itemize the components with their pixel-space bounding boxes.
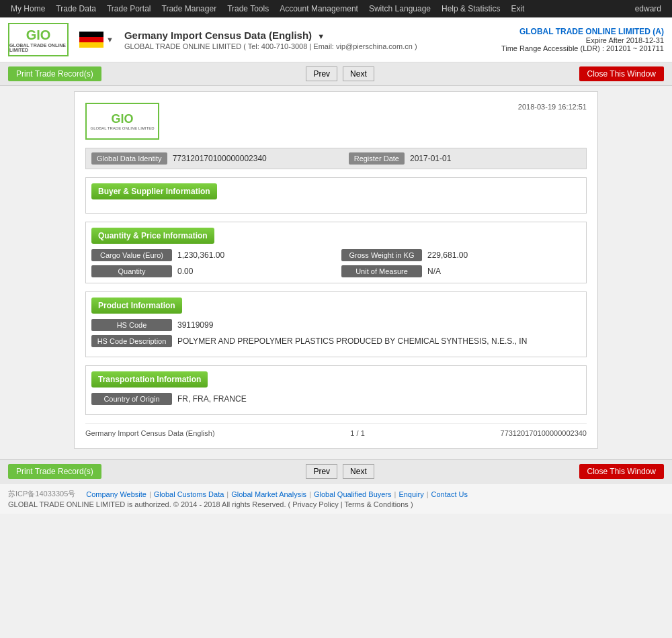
product-body: HS Code 39119099 HS Code Description POL… — [86, 314, 586, 357]
footer-left: Germany Import Census Data (English) — [85, 429, 215, 437]
next-button[interactable]: Next — [343, 66, 374, 81]
hs-code-desc-label: HS Code Description — [91, 335, 172, 347]
country-of-origin-value: FR, FRA, FRANCE — [177, 394, 247, 404]
footer-global-buyers[interactable]: Global Qualified Buyers — [314, 490, 392, 498]
quantity-price-section: Quantity & Price Information Cargo Value… — [85, 222, 587, 283]
product-section: Product Information HS Code 39119099 HS … — [85, 291, 587, 357]
print-button-bottom[interactable]: Print Trade Record(s) — [8, 464, 101, 479]
cargo-value-col: Cargo Value (Euro) 1,230,361.00 — [91, 249, 331, 261]
footer-company-website[interactable]: Company Website — [86, 490, 146, 498]
contact-info: GLOBAL TRADE ONLINE LIMITED ( Tel: 400-7… — [124, 42, 501, 50]
unit-of-measure-col: Unit of Measure N/A — [341, 265, 581, 277]
logo: GIO GLOBAL TRADE ONLINE LIMITED — [8, 23, 69, 56]
quantity-row-1: Cargo Value (Euro) 1,230,361.00 Gross We… — [91, 249, 581, 261]
card-header: GIO GLOBAL TRADE ONLINE LIMITED 2018-03-… — [85, 103, 587, 140]
card-footer: Germany Import Census Data (English) 1 /… — [85, 423, 587, 437]
global-data-identity-label: Global Data Identity — [91, 152, 167, 165]
nav-my-home[interactable]: My Home — [5, 0, 50, 17]
ldr-info: Time Range Accessible (LDR) : 201201 ~ 2… — [501, 44, 664, 52]
footer-global-market[interactable]: Global Market Analysis — [231, 490, 306, 498]
quantity-price-title: Quantity & Price Information — [91, 228, 214, 244]
icp-label: 苏ICP备14033305号 — [8, 489, 75, 499]
hs-code-label: HS Code — [91, 319, 172, 331]
flag-dropdown[interactable]: ▼ — [106, 36, 114, 44]
expire-date: Expire After 2018-12-31 — [501, 36, 664, 44]
hs-code-value: 39119099 — [177, 320, 213, 330]
global-data-identity-value: 773120170100000002340 — [173, 154, 343, 163]
footer-links: Company Website | Global Customs Data | … — [86, 489, 468, 499]
close-button[interactable]: Close This Window — [579, 66, 664, 81]
footer-right: 773120170100000002340 — [501, 429, 587, 437]
gross-weight-label: Gross Weight in KG — [341, 249, 422, 261]
next-button-bottom[interactable]: Next — [343, 464, 374, 479]
unit-of-measure-label: Unit of Measure — [341, 265, 422, 277]
identity-row: Global Data Identity 7731201701000000023… — [85, 148, 587, 169]
nav-trade-manager[interactable]: Trade Manager — [157, 0, 222, 17]
close-button-bottom[interactable]: Close This Window — [579, 464, 664, 479]
cargo-value-label: Cargo Value (Euro) — [91, 249, 172, 261]
gross-weight-col: Gross Weight in KG 229,681.00 — [341, 249, 581, 261]
logo-subtitle: GLOBAL TRADE ONLINE LIMITED — [9, 43, 67, 52]
top-navigation: My Home Trade Data Trade Portal Trade Ma… — [0, 0, 672, 17]
nav-switch-language[interactable]: Switch Language — [364, 0, 436, 17]
nav-account-management[interactable]: Account Management — [274, 0, 364, 17]
footer-enquiry[interactable]: Enquiry — [398, 490, 423, 498]
country-of-origin-label: Country of Origin — [91, 393, 172, 405]
unit-of-measure-value: N/A — [427, 267, 441, 276]
transportation-body: Country of Origin FR, FRA, FRANCE — [86, 388, 586, 414]
prev-button[interactable]: Prev — [306, 66, 337, 81]
prev-button-bottom[interactable]: Prev — [306, 464, 337, 479]
main-content: GIO GLOBAL TRADE ONLINE LIMITED 2018-03-… — [0, 86, 672, 454]
germany-flag — [79, 32, 103, 48]
footer-contact[interactable]: Contact Us — [431, 490, 468, 498]
quantity-price-body: Cargo Value (Euro) 1,230,361.00 Gross We… — [86, 244, 586, 283]
record-card: GIO GLOBAL TRADE ONLINE LIMITED 2018-03-… — [74, 91, 598, 449]
buyer-supplier-title: Buyer & Supplier Information — [91, 183, 217, 199]
transportation-section: Transportation Information Country of Or… — [85, 365, 587, 415]
nav-help-statistics[interactable]: Help & Statistics — [436, 0, 505, 17]
buyer-supplier-section: Buyer & Supplier Information — [85, 177, 587, 214]
copyright: GLOBAL TRADE ONLINE LIMITED is authorize… — [8, 500, 664, 508]
title-area: Germany Import Census Data (English) ▼ G… — [124, 30, 501, 50]
hs-code-desc-value: POLYMER AND PREPOLYMER PLASTICS PRODUCED… — [177, 336, 527, 346]
company-info: GLOBAL TRADE ONLINE LIMITED (A) Expire A… — [501, 27, 664, 52]
logo-area: GIO GLOBAL TRADE ONLINE LIMITED — [8, 23, 69, 56]
card-logo: GIO GLOBAL TRADE ONLINE LIMITED — [85, 103, 159, 140]
timestamp: 2018-03-19 16:12:51 — [518, 103, 587, 111]
transportation-title: Transportation Information — [91, 371, 208, 388]
hs-code-desc-row: HS Code Description POLYMER AND PREPOLYM… — [91, 335, 581, 347]
register-date-label: Register Date — [349, 152, 405, 165]
page-footer: 苏ICP备14033305号 Company Website | Global … — [0, 483, 672, 514]
bottom-toolbar: Print Trade Record(s) Prev Next Close Th… — [0, 459, 672, 483]
nav-trade-tools[interactable]: Trade Tools — [222, 0, 274, 17]
nav-trade-portal[interactable]: Trade Portal — [101, 0, 157, 17]
nav-exit[interactable]: Exit — [505, 0, 530, 17]
quantity-label: Quantity — [91, 265, 172, 277]
flag-area: ▼ — [79, 32, 114, 48]
country-of-origin-row: Country of Origin FR, FRA, FRANCE — [91, 393, 581, 405]
company-name: GLOBAL TRADE ONLINE LIMITED (A) — [501, 27, 664, 36]
cargo-value-value: 1,230,361.00 — [177, 250, 224, 260]
quantity-row-2: Quantity 0.00 Unit of Measure N/A — [91, 265, 581, 277]
register-date-value: 2017-01-01 — [410, 154, 581, 163]
buyer-supplier-body — [86, 199, 586, 213]
footer-center: 1 / 1 — [350, 429, 364, 437]
product-title: Product Information — [91, 298, 182, 314]
gross-weight-value: 229,681.00 — [427, 250, 468, 260]
footer-global-customs[interactable]: Global Customs Data — [154, 490, 224, 498]
top-toolbar: Print Trade Record(s) Prev Next Close Th… — [0, 62, 672, 86]
print-button[interactable]: Print Trade Record(s) — [8, 66, 101, 81]
nav-trade-data[interactable]: Trade Data — [50, 0, 101, 17]
quantity-col: Quantity 0.00 — [91, 265, 331, 277]
hs-code-row: HS Code 39119099 — [91, 319, 581, 331]
page-title: Germany Import Census Data (English) ▼ — [124, 30, 501, 41]
page-header: GIO GLOBAL TRADE ONLINE LIMITED ▼ German… — [0, 17, 672, 62]
quantity-value: 0.00 — [177, 267, 193, 276]
user-label: edward — [630, 4, 667, 13]
